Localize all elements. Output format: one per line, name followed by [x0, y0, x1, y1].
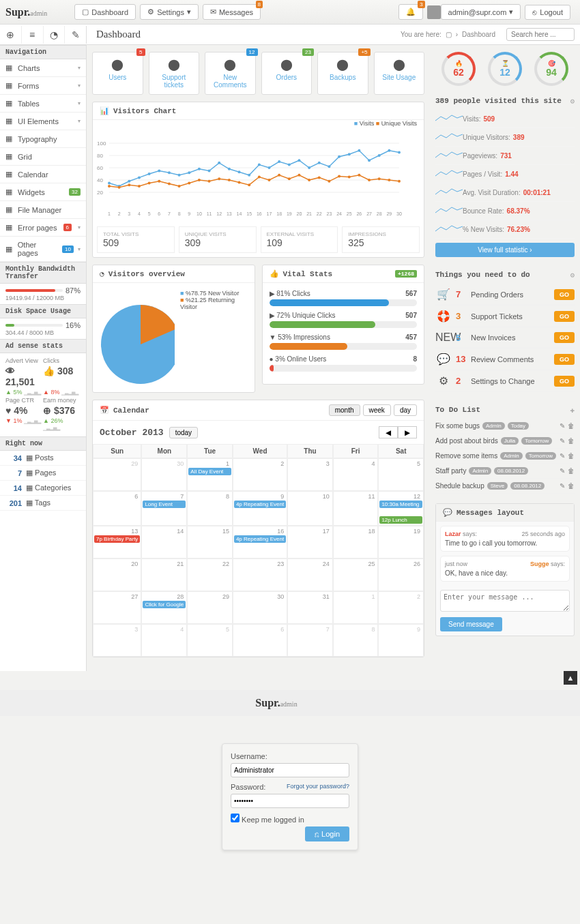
- cal-cell[interactable]: 29: [187, 591, 233, 624]
- sidebar-item[interactable]: ▦Forms▾: [0, 77, 86, 95]
- cal-cell[interactable]: 4: [141, 624, 187, 657]
- sidebar-item[interactable]: ▦File Manager: [0, 201, 86, 219]
- cal-cell[interactable]: 14: [141, 526, 187, 558]
- cal-cell[interactable]: 22: [187, 558, 233, 591]
- username-input[interactable]: [231, 763, 349, 777]
- cal-cell[interactable]: 10: [287, 491, 333, 526]
- cal-cell[interactable]: 27: [93, 591, 141, 624]
- send-message-button[interactable]: Send message: [440, 617, 502, 631]
- cal-cell[interactable]: 5: [378, 458, 424, 491]
- user-menu[interactable]: admin@supr.com ▾: [441, 4, 521, 20]
- edit-icon[interactable]: ✎: [560, 422, 565, 430]
- sidebar-item[interactable]: ▦UI Elements▾: [0, 113, 86, 130]
- tool-db-icon[interactable]: ≡: [22, 26, 44, 44]
- go-button[interactable]: GO: [554, 332, 575, 343]
- cal-cell[interactable]: 8: [187, 491, 233, 526]
- cal-cell[interactable]: 23: [233, 558, 287, 591]
- rightnow-row[interactable]: 7▦ Pages: [0, 466, 86, 481]
- tile[interactable]: ⬤Site Usage: [374, 52, 425, 95]
- rightnow-row[interactable]: 201▦ Tags: [0, 496, 86, 511]
- message-input[interactable]: [440, 590, 570, 612]
- delete-icon[interactable]: 🗑: [568, 437, 575, 445]
- cal-cell[interactable]: 25: [333, 558, 379, 591]
- cal-cell[interactable]: 11: [333, 491, 379, 526]
- cal-cell[interactable]: 1All Day Event: [187, 458, 233, 491]
- cal-view-day[interactable]: day: [394, 404, 417, 416]
- sidebar-item[interactable]: ▦Other pages10▾: [0, 237, 86, 262]
- cal-cell[interactable]: 9: [378, 624, 424, 657]
- cal-view-week[interactable]: week: [363, 404, 391, 416]
- password-input[interactable]: [231, 794, 349, 808]
- notifications-button[interactable]: 🔔3: [398, 4, 423, 20]
- tile[interactable]: +5⬤Backups: [317, 52, 368, 95]
- sidebar-item[interactable]: ▦Widgets32: [0, 183, 86, 201]
- rightnow-row[interactable]: 14▦ Categories: [0, 481, 86, 496]
- edit-icon[interactable]: ✎: [560, 452, 565, 460]
- cal-cell[interactable]: 17: [287, 526, 333, 558]
- sidebar-item[interactable]: ▦Grid: [0, 148, 86, 166]
- cal-cell[interactable]: 3: [287, 458, 333, 491]
- cal-cell[interactable]: 6: [233, 624, 287, 657]
- keep-logged-checkbox[interactable]: [231, 814, 240, 822]
- sidebar-item[interactable]: ▦Error pages6▾: [0, 219, 86, 237]
- nav-settings[interactable]: ⚙ Settings ▾: [140, 4, 199, 20]
- edit-icon[interactable]: ✎: [560, 467, 565, 475]
- add-icon[interactable]: ✚: [570, 406, 575, 415]
- sidebar-item[interactable]: ▦Calendar: [0, 166, 86, 183]
- delete-icon[interactable]: 🗑: [568, 467, 575, 475]
- cal-cell[interactable]: 94p Repeating Event: [233, 491, 287, 526]
- go-button[interactable]: GO: [554, 289, 575, 300]
- gear-icon[interactable]: ⚙: [570, 97, 575, 106]
- cal-cell[interactable]: 31: [287, 591, 333, 624]
- cal-cell[interactable]: 28Click for Google: [141, 591, 187, 624]
- logout-button[interactable]: ⎋ Logout: [525, 5, 570, 20]
- cal-cell[interactable]: 2: [233, 458, 287, 491]
- search-input[interactable]: [506, 28, 575, 41]
- tool-support-icon[interactable]: ⊕: [0, 26, 22, 44]
- cal-cell[interactable]: 19: [378, 526, 424, 558]
- cal-cell[interactable]: 8: [333, 624, 379, 657]
- logo[interactable]: Supr.admin: [5, 6, 47, 18]
- cal-next-button[interactable]: ►: [398, 426, 417, 438]
- cal-cell[interactable]: 7: [287, 624, 333, 657]
- nav-messages[interactable]: ✉ Messages8: [203, 4, 261, 20]
- cal-cell[interactable]: 4: [333, 458, 379, 491]
- cal-cell[interactable]: 21: [141, 558, 187, 591]
- cal-cell[interactable]: 18: [333, 526, 379, 558]
- cal-cell[interactable]: 30: [233, 591, 287, 624]
- cal-cell[interactable]: 15: [187, 526, 233, 558]
- cal-prev-button[interactable]: ◄: [379, 426, 398, 438]
- sidebar-item[interactable]: ▦Typography: [0, 130, 86, 148]
- tile[interactable]: 23⬤Orders: [261, 52, 313, 95]
- delete-icon[interactable]: 🗑: [568, 452, 575, 460]
- cal-cell[interactable]: 24: [287, 558, 333, 591]
- forgot-password-link[interactable]: Forgot your password?: [287, 783, 349, 790]
- cal-view-month[interactable]: month: [329, 404, 360, 416]
- avatar[interactable]: [427, 5, 441, 19]
- cal-cell[interactable]: 20: [93, 558, 141, 591]
- edit-icon[interactable]: ✎: [560, 482, 565, 490]
- tile[interactable]: 12⬤New Comments: [205, 52, 256, 95]
- cal-cell[interactable]: 1210:30a Meeting12p Lunch: [378, 491, 424, 526]
- view-full-stats-button[interactable]: View full statistic ›: [435, 243, 575, 257]
- tool-edit-icon[interactable]: ✎: [65, 26, 86, 44]
- cal-cell[interactable]: 5: [187, 624, 233, 657]
- cal-cell[interactable]: 1: [333, 591, 379, 624]
- cal-cell[interactable]: 29: [93, 458, 141, 491]
- keep-logged-label[interactable]: Keep me logged in: [231, 814, 349, 824]
- sidebar-item[interactable]: ▦Tables▾: [0, 95, 86, 113]
- rightnow-row[interactable]: 34▦ Posts: [0, 451, 86, 466]
- cal-cell[interactable]: 26: [378, 558, 424, 591]
- tile[interactable]: 5⬤Users: [92, 52, 143, 95]
- tool-pie-icon[interactable]: ◔: [44, 26, 66, 44]
- gear-icon[interactable]: ⚙: [570, 271, 575, 280]
- go-button[interactable]: GO: [554, 376, 575, 387]
- tile[interactable]: ⬤Support tickets: [149, 52, 200, 95]
- sidebar-item[interactable]: ▦Charts▾: [0, 59, 86, 77]
- cal-cell[interactable]: 137p Birthday Party: [93, 526, 141, 558]
- edit-icon[interactable]: ✎: [560, 437, 565, 445]
- cal-cell[interactable]: 30: [141, 458, 187, 491]
- go-button[interactable]: GO: [554, 311, 575, 322]
- cal-cell[interactable]: 2: [378, 591, 424, 624]
- login-button[interactable]: ⎌ Login: [305, 826, 349, 841]
